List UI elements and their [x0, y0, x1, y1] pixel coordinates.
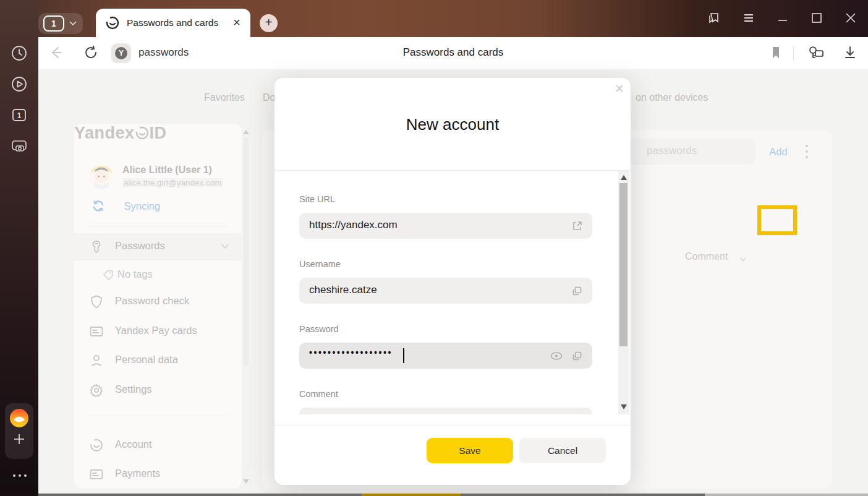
add-button-highlight-box: [757, 205, 797, 235]
username-label: Username: [299, 259, 341, 269]
dock-add-icon[interactable]: [12, 432, 27, 447]
window-maximize-button[interactable]: [809, 10, 825, 26]
browser-dock-card: [5, 403, 33, 459]
site-url-input[interactable]: https://yandex.com: [299, 213, 592, 239]
dialog-title: New account: [274, 115, 631, 134]
window-minimize-button[interactable]: [775, 10, 791, 26]
dialog-scrollbar-thumb[interactable]: [619, 183, 628, 346]
comment-input[interactable]: [299, 408, 592, 414]
toolbar-divider: [793, 46, 794, 61]
dialog-close-icon[interactable]: ✕: [613, 83, 626, 95]
taskbar-edge-light: [705, 494, 868, 496]
download-icon[interactable]: [842, 45, 858, 61]
new-account-dialog: ✕ New account Site URL https://yandex.co…: [274, 78, 631, 485]
svg-text:1: 1: [17, 111, 22, 120]
site-url-value: https://yandex.com: [309, 219, 398, 231]
tab-count-badge: 1: [43, 15, 64, 32]
taskbar-edge-strip: [0, 494, 868, 496]
menu-hamburger-icon[interactable]: [741, 10, 757, 26]
dialog-scroll-up-arrow[interactable]: [621, 175, 627, 180]
dialog-scroll-down-arrow[interactable]: [621, 404, 627, 409]
taskbar-edge-gold: [362, 494, 461, 496]
dialog-form-body: Site URL https://yandex.com Username che…: [274, 171, 631, 414]
open-external-link-icon[interactable]: [571, 220, 583, 232]
window-close-button[interactable]: [843, 10, 859, 26]
yandex-id-favicon: [105, 15, 120, 30]
password-masked-value: ••••••••••••••••••: [309, 348, 393, 357]
chevron-down-icon: [69, 21, 77, 26]
text-caret: [403, 348, 404, 363]
username-value: cheshire.catze: [309, 284, 377, 296]
history-clock-icon[interactable]: [11, 45, 28, 62]
page-center-title: Passwords and cards: [38, 46, 868, 59]
tabs-count-icon[interactable]: 1: [11, 106, 28, 124]
copy-icon[interactable]: [571, 285, 583, 297]
username-input[interactable]: cheshire.catze: [299, 278, 592, 304]
new-tab-button[interactable]: +: [260, 14, 278, 32]
more-options-dots-icon[interactable]: [12, 473, 28, 478]
show-password-eye-icon[interactable]: [550, 350, 563, 362]
save-button[interactable]: Save: [427, 438, 513, 463]
site-url-label: Site URL: [299, 194, 335, 204]
password-input[interactable]: ••••••••••••••••••: [299, 343, 592, 369]
browser-tab[interactable]: Passwords and cards ✕: [96, 9, 250, 37]
password-label: Password: [299, 324, 339, 334]
video-play-icon[interactable]: [11, 75, 28, 93]
tab-group-pill[interactable]: 1: [38, 13, 83, 34]
tab-close-icon[interactable]: ✕: [231, 17, 243, 29]
dialog-footer-divider: [274, 425, 631, 425]
taskbar-edge-dark: [0, 494, 38, 496]
cancel-button[interactable]: Cancel: [519, 438, 606, 463]
bookmark-icon[interactable]: [768, 45, 784, 61]
yandex-browser-logo[interactable]: [9, 408, 29, 428]
passwords-keycard-icon[interactable]: [806, 45, 825, 61]
tab-title: Passwords and cards: [127, 17, 218, 28]
side-panel-icon[interactable]: [706, 10, 722, 26]
screenshot-camera-icon[interactable]: [11, 137, 28, 155]
address-toolbar: Y passwords Passwords and cards: [38, 37, 868, 69]
copy-icon[interactable]: [571, 350, 583, 362]
comment-label: Comment: [299, 389, 338, 399]
